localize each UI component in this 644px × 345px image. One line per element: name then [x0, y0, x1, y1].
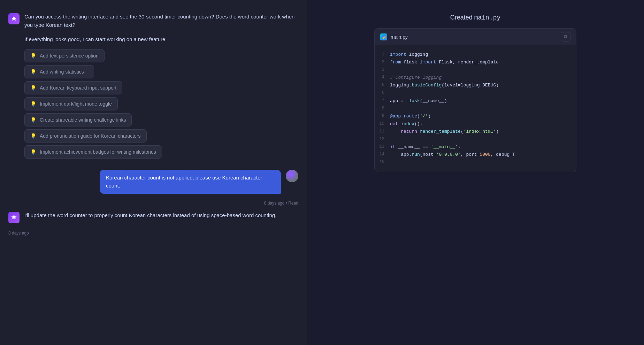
suggestion-label-3: Implement dark/light mode toggle [40, 101, 112, 107]
code-line-8: 8 [375, 105, 576, 113]
code-line-1: 1 import logging [375, 51, 576, 59]
ai-message-text-1a: Can you access the writing interface and… [24, 13, 298, 29]
code-line-15: 15 [375, 159, 576, 166]
code-line-5: 5 logging.basicConfig(level=logging.DEBU… [375, 82, 576, 89]
ai-avatar [8, 13, 20, 24]
code-line-9: 9 @app.route('/') [375, 113, 576, 120]
svg-point-1 [13, 217, 15, 219]
code-line-14: 14 app.run(host='0.0.0.0', port=5000, de… [375, 151, 576, 159]
bulb-icon-4: 💡 [30, 117, 36, 123]
code-body: 1 import logging 2 from flask import Fla… [375, 45, 576, 172]
code-line-10: 10 def index(): [375, 120, 576, 128]
suggestion-label-6: Implement achievement badges for writing… [40, 149, 156, 155]
created-file-name: main.py [474, 14, 501, 21]
code-header: main.py ⧉ [375, 29, 576, 45]
suggestion-label-0: Add text persistence option [40, 53, 99, 59]
suggestion-label-2: Add Korean keyboard input support [40, 85, 116, 91]
bulb-icon-0: 💡 [30, 53, 36, 59]
python-file-icon [380, 33, 387, 40]
right-panel: Created main.py main.py ⧉ 1 import loggi… [307, 0, 644, 345]
code-line-3: 3 [375, 66, 576, 74]
chat-panel: Can you access the writing interface and… [0, 0, 307, 345]
ai-avatar-2 [8, 212, 20, 223]
suggestion-btn-3[interactable]: 💡 Implement dark/light mode toggle [24, 97, 118, 110]
suggestion-label-4: Create shareable writing challenge links [40, 117, 126, 123]
bulb-icon-2: 💡 [30, 85, 36, 91]
ai-message-1: Can you access the writing interface and… [0, 7, 307, 164]
svg-point-0 [13, 18, 15, 20]
bulb-icon-5: 💡 [30, 133, 36, 139]
code-line-7: 7 app = Flask(__name__) [375, 97, 576, 105]
ai-response-text-2: I'll update the word counter to properly… [24, 211, 276, 220]
code-line-11: 11 return render_template('index.html') [375, 128, 576, 136]
user-text-1: Korean character count is not applied, p… [106, 175, 262, 189]
created-label: Created main.py [450, 14, 501, 21]
bulb-icon-1: 💡 [30, 69, 36, 75]
code-line-6: 6 [375, 89, 576, 97]
suggestion-buttons: 💡 Add text persistence option 💡 Add writ… [24, 49, 298, 159]
code-file-name: main.py [391, 34, 408, 40]
ai-timestamp-2: 8 days ago [0, 229, 307, 238]
code-line-12: 12 [375, 136, 576, 143]
suggestion-label-1: Add writing statistics [40, 69, 84, 75]
user-message-1: Korean character count is not applied, p… [0, 164, 307, 199]
ai-message-content-1: Can you access the writing interface and… [24, 13, 298, 159]
ai-message-2: I'll update the word counter to properly… [0, 206, 307, 229]
user-avatar-1 [286, 170, 298, 182]
user-timestamp-1: 8 days ago • Read [0, 199, 307, 206]
suggestion-label-5: Add pronunciation guide for Korean chara… [40, 133, 141, 139]
ai-message-content-2: I'll update the word counter to properly… [24, 211, 276, 223]
suggestion-btn-6[interactable]: 💡 Implement achievement badges for writi… [24, 145, 162, 159]
suggestion-btn-4[interactable]: 💡 Create shareable writing challenge lin… [24, 113, 132, 127]
code-window: main.py ⧉ 1 import logging 2 from flask … [374, 28, 576, 172]
suggestion-btn-0[interactable]: 💡 Add text persistence option [24, 49, 105, 62]
user-bubble-1: Korean character count is not applied, p… [100, 170, 281, 194]
ai-message-text-1b: If everything looks good, I can start wo… [24, 35, 298, 44]
suggestion-btn-5[interactable]: 💡 Add pronunciation guide for Korean cha… [24, 129, 147, 143]
suggestion-btn-1[interactable]: 💡 Add writing statistics [24, 65, 94, 78]
bulb-icon-3: 💡 [30, 101, 36, 107]
suggestion-btn-2[interactable]: 💡 Add Korean keyboard input support [24, 81, 122, 94]
copy-button[interactable]: ⧉ [561, 32, 570, 41]
code-line-2: 2 from flask import Flask, render_templa… [375, 59, 576, 66]
code-line-13: 13 if __name__ == '__main__': [375, 143, 576, 151]
bulb-icon-6: 💡 [30, 149, 36, 155]
code-line-4: 4 # Configure logging [375, 74, 576, 82]
code-header-left: main.py [380, 33, 408, 40]
